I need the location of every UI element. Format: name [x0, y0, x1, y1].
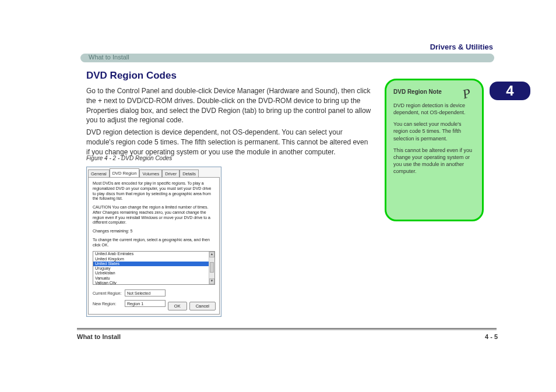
ok-button[interactable]: OK: [168, 302, 187, 310]
page-title: DVD Region Codes: [86, 70, 372, 82]
list-item[interactable]: United Arab Emirates: [93, 252, 209, 256]
dialog-tabs: General DVD Region Volumes Driver Detail…: [87, 167, 221, 177]
footer-right: 4 - 5: [485, 333, 498, 340]
note-paragraph: This cannot be altered even if you chang…: [393, 147, 475, 175]
note-paragraph: You can select your module's region code…: [393, 121, 475, 142]
tab-general[interactable]: General: [88, 169, 110, 177]
dialog-instruction: To change the current region, select a g…: [93, 238, 215, 248]
cancel-button[interactable]: Cancel: [189, 302, 216, 310]
footer-left: What to Install: [77, 333, 121, 340]
list-item[interactable]: Vanuatu: [93, 276, 209, 281]
list-item[interactable]: Vatican City: [93, 281, 209, 285]
list-item[interactable]: United States: [93, 262, 209, 266]
header-bar: [80, 54, 494, 62]
scroll-down-button[interactable]: ▼: [209, 278, 214, 284]
tab-driver[interactable]: Driver: [162, 169, 180, 177]
list-item[interactable]: United Kingdom: [93, 257, 209, 262]
section-title: What to Install: [89, 54, 129, 61]
changes-remaining: Changes remaining: 5: [93, 229, 215, 234]
new-region-label: New Region:: [93, 302, 125, 306]
scrollbar[interactable]: ▲ ▼: [209, 252, 214, 284]
new-region-value: Region 1: [125, 300, 166, 307]
scroll-thumb[interactable]: [210, 262, 214, 273]
pen-icon: P: [460, 86, 472, 103]
dialog-paragraph: Most DVDs are encoded for play in specif…: [93, 181, 215, 202]
current-region-label: Current Region:: [93, 291, 125, 295]
note-box: P DVD Region Note DVD region detection i…: [385, 79, 484, 221]
note-paragraph: DVD region detection is device dependent…: [393, 102, 475, 116]
main-text: DVD Region Codes Go to the Control Panel…: [86, 70, 372, 160]
list-item[interactable]: Uruguay: [93, 266, 209, 271]
scroll-up-button[interactable]: ▲: [209, 252, 214, 257]
body-paragraph: DVD region detection is device dependent…: [86, 128, 372, 157]
properties-dialog: General DVD Region Volumes Driver Detail…: [86, 167, 221, 317]
region-listbox[interactable]: United Arab EmiratesUnited KingdomUnited…: [93, 251, 215, 285]
list-item[interactable]: Uzbekistan: [93, 271, 209, 276]
footer-divider: [77, 328, 497, 330]
tab-details[interactable]: Details: [180, 169, 199, 177]
chapter-label: Drivers & Utilities: [430, 43, 493, 51]
dialog-caution: CAUTION You can change the region a limi…: [93, 205, 215, 225]
current-region-value: Not Selected: [125, 289, 166, 296]
chapter-badge: 4: [490, 82, 530, 100]
tab-dvd-region[interactable]: DVD Region: [110, 168, 140, 177]
figure-label: Figure 4 - 2 - DVD Region Codes: [86, 155, 172, 161]
tab-body: Most DVDs are encoded for play in specif…: [88, 177, 220, 315]
tab-volumes[interactable]: Volumes: [139, 169, 162, 177]
body-paragraph: Go to the Control Panel and double-click…: [86, 86, 372, 125]
